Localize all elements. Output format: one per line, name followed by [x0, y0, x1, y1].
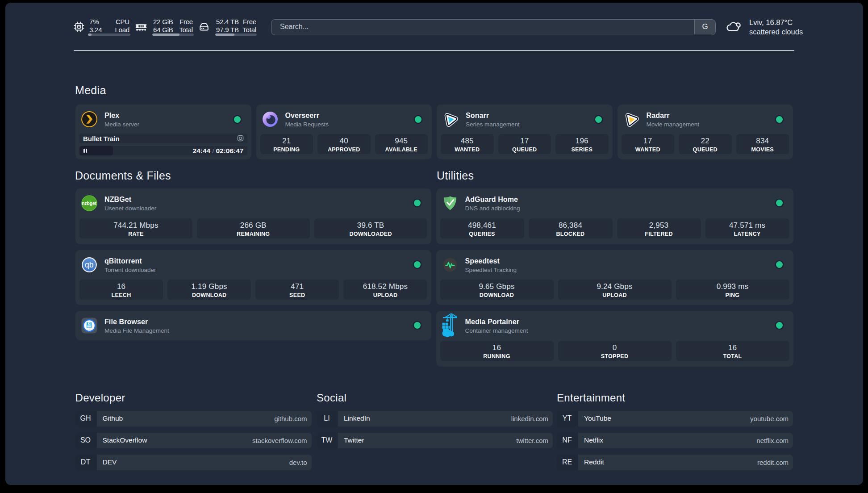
svg-text:nzbget: nzbget: [82, 201, 96, 205]
svg-text:qb: qb: [85, 260, 93, 269]
